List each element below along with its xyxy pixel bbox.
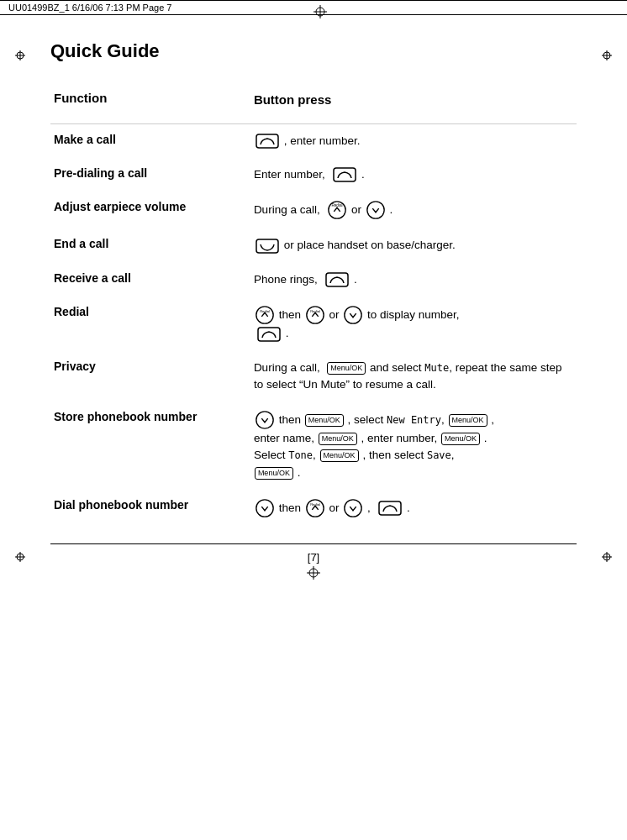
scroll-down-icon	[366, 200, 386, 220]
svg-point-32	[345, 500, 361, 517]
menu-ok-icon-6: Menu/OK	[320, 449, 359, 462]
btn-redial: Redial then Redial or to display	[250, 297, 577, 350]
func-receive: Receive a call	[50, 263, 250, 297]
menu-ok-icon-2: Menu/OK	[305, 414, 344, 427]
svg-rect-33	[379, 501, 401, 515]
phone-green-icon-5	[378, 500, 402, 517]
scroll-down-icon-4	[255, 498, 275, 518]
header-bar: UU01499BZ_1 6/16/06 7:13 PM Page 7	[0, 0, 627, 15]
table-row: End a call or place handset on base/char…	[50, 228, 577, 262]
phone-red-icon	[256, 238, 279, 255]
store-then: then	[279, 413, 304, 426]
corner-mark-br	[602, 552, 612, 562]
func-redial: Redial	[50, 297, 250, 350]
table-row: Privacy During a call, Menu/OK and selec…	[50, 351, 577, 402]
earpiece-text1: During a call,	[254, 203, 324, 216]
menu-ok-icon-3: Menu/OK	[449, 414, 487, 427]
btn-make-call: , enter number.	[250, 123, 577, 158]
receive-text: Phone rings,	[254, 273, 321, 286]
scroll-down-icon-2	[343, 305, 363, 325]
col-function-header: Function	[50, 82, 250, 123]
btn-dial-phonebook: then Redial or ,	[250, 490, 577, 527]
svg-rect-21	[326, 273, 348, 286]
store-text3: , enter number,	[361, 432, 440, 444]
phone-green-icon-3	[325, 271, 349, 288]
table-row: Store phonebook number then Menu/OK , se…	[50, 402, 577, 490]
dial-comma: ,	[367, 501, 374, 514]
quick-guide-table: Function Button press Make a call , ente…	[50, 82, 577, 527]
header-text: UU01499BZ_1 6/16/06 7:13 PM Page 7	[8, 3, 171, 13]
redial-display: to display number,	[367, 308, 460, 321]
corner-mark-bl	[15, 552, 25, 562]
btn-store: then Menu/OK , select New Entry, Menu/OK…	[250, 402, 577, 490]
btn-privacy: During a call, Menu/OK and select Mute, …	[250, 351, 577, 402]
scroll-up-icon-2: Redial	[305, 305, 325, 325]
scroll-redial-big-icon: Redial	[255, 305, 275, 325]
store-period: .	[298, 466, 301, 479]
redial-then: then	[279, 308, 304, 321]
func-end-call: End a call	[50, 228, 250, 262]
table-row: Adjust earpiece volume During a call, Re…	[50, 192, 577, 228]
col-button-header: Button press	[250, 82, 577, 123]
scroll-down-icon-3	[255, 410, 275, 430]
page-title: Quick Guide	[50, 40, 577, 62]
redial-or: or	[329, 308, 342, 321]
btn-receive: Phone rings, .	[250, 263, 577, 297]
svg-rect-16	[334, 168, 356, 181]
redial-period: .	[286, 327, 289, 339]
table-row: Dial phonebook number then Redial or	[50, 490, 577, 527]
receive-period: .	[354, 273, 357, 286]
table-row: Make a call , enter number.	[50, 123, 577, 158]
footer: [7]	[50, 543, 577, 564]
phone-green-icon-4	[257, 326, 281, 343]
earpiece-period: .	[389, 203, 393, 216]
phone-green-icon	[256, 133, 279, 150]
phone-green-icon-2	[333, 166, 356, 183]
store-text5: , then select Save,	[362, 449, 454, 461]
dial-period: .	[407, 501, 410, 514]
table-row: Redial Redial then Redial or	[50, 297, 577, 350]
func-dial-phonebook: Dial phonebook number	[50, 490, 250, 527]
func-earpiece: Adjust earpiece volume	[50, 192, 250, 228]
func-make-call: Make a call	[50, 123, 250, 158]
scroll-up-icon: Redial	[327, 200, 347, 220]
predialing-period: .	[361, 168, 365, 181]
func-store: Store phonebook number	[50, 402, 250, 490]
svg-point-26	[345, 307, 361, 323]
func-predialing: Pre-dialing a call	[50, 158, 250, 192]
svg-point-29	[256, 500, 273, 517]
menu-ok-icon-4: Menu/OK	[319, 433, 357, 445]
svg-point-28	[256, 412, 273, 428]
btn-predialing: Enter number, .	[250, 158, 577, 192]
menu-ok-icon: Menu/OK	[327, 362, 366, 375]
menu-ok-icon-5: Menu/OK	[441, 433, 480, 445]
menu-ok-icon-7: Menu/OK	[255, 467, 293, 480]
predialing-text: Enter number,	[254, 168, 329, 181]
page-number: [7]	[308, 551, 319, 564]
make-call-text: , enter number.	[284, 134, 361, 147]
corner-mark-tl	[15, 50, 25, 60]
end-call-text: or place handset on base/charger.	[284, 239, 456, 251]
func-privacy: Privacy	[50, 351, 250, 402]
dial-then: then	[279, 501, 304, 514]
scroll-down-icon-5	[343, 498, 363, 518]
earpiece-or: or	[351, 203, 365, 216]
scroll-up-icon-3: Redial	[305, 498, 325, 518]
svg-rect-15	[256, 134, 278, 148]
table-row: Receive a call Phone rings, .	[50, 263, 577, 297]
btn-end-call: or place handset on base/charger.	[250, 228, 577, 262]
dial-or: or	[329, 501, 342, 514]
store-text1: , select New Entry,	[347, 413, 447, 426]
svg-rect-27	[258, 328, 280, 341]
center-bottom-crosshair	[307, 566, 320, 582]
table-row: Pre-dialing a call Enter number, .	[50, 158, 577, 192]
svg-point-19	[367, 202, 384, 218]
corner-mark-tr	[602, 50, 612, 60]
btn-earpiece: During a call, Redial or .	[250, 192, 577, 228]
privacy-text1: During a call,	[254, 361, 324, 374]
